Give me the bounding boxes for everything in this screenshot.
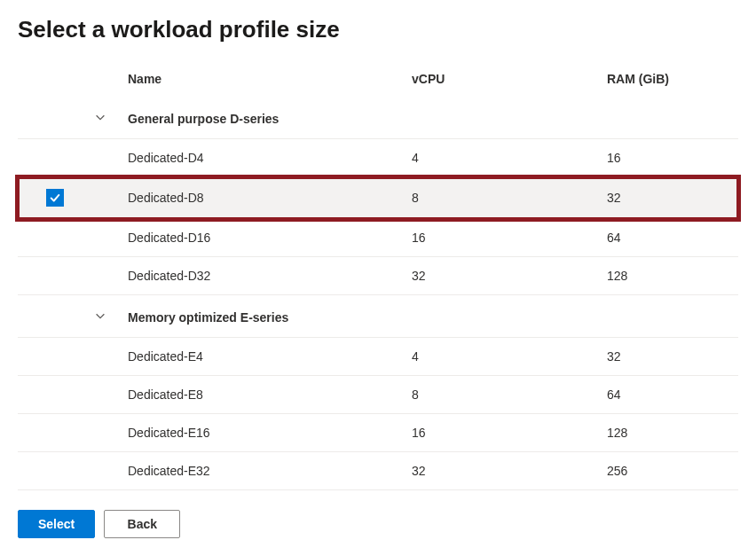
row-ram: 128 (600, 414, 738, 452)
row-vcpu: 32 (405, 257, 600, 295)
group-label: Memory optimized E-series (121, 295, 738, 338)
table-row[interactable]: Dedicated-D161664 (18, 219, 738, 257)
row-vcpu: 16 (405, 414, 600, 452)
column-name[interactable]: Name (121, 61, 405, 97)
row-vcpu: 32 (405, 452, 600, 490)
footer-buttons: Select Back (18, 510, 738, 538)
table-row[interactable]: Dedicated-E8864 (18, 376, 738, 414)
row-name: Dedicated-E16 (121, 414, 405, 452)
checkbox-checked[interactable] (46, 189, 64, 207)
row-vcpu: 8 (405, 376, 600, 414)
table-row[interactable]: Dedicated-D3232128 (18, 257, 738, 295)
row-name: Dedicated-E32 (121, 452, 405, 490)
page-title: Select a workload profile size (18, 16, 738, 43)
row-name: Dedicated-D4 (121, 139, 405, 177)
row-name: Dedicated-D32 (121, 257, 405, 295)
row-ram: 32 (600, 338, 738, 376)
row-ram: 64 (600, 219, 738, 257)
row-vcpu: 4 (405, 338, 600, 376)
table-row[interactable]: Dedicated-E3232256 (18, 452, 738, 490)
row-vcpu: 4 (405, 139, 600, 177)
profile-table: Name vCPU RAM (GiB) General purpose D-se… (18, 61, 738, 490)
row-name: Dedicated-D16 (121, 219, 405, 257)
row-ram: 32 (600, 177, 738, 219)
group-header[interactable]: Memory optimized E-series (18, 295, 738, 338)
back-button[interactable]: Back (104, 510, 180, 538)
row-name: Dedicated-E8 (121, 376, 405, 414)
row-ram: 16 (600, 139, 738, 177)
row-name: Dedicated-E4 (121, 338, 405, 376)
group-label: General purpose D-series (121, 97, 738, 139)
table-row[interactable]: Dedicated-E4432 (18, 338, 738, 376)
row-ram: 256 (600, 452, 738, 490)
row-vcpu: 8 (405, 177, 600, 219)
select-button[interactable]: Select (18, 510, 95, 538)
column-vcpu[interactable]: vCPU (405, 61, 600, 97)
chevron-down-icon (94, 310, 106, 325)
column-ram[interactable]: RAM (GiB) (600, 61, 738, 97)
table-row[interactable]: Dedicated-D8832 (18, 177, 738, 219)
row-ram: 128 (600, 257, 738, 295)
group-header[interactable]: General purpose D-series (18, 97, 738, 139)
row-name: Dedicated-D8 (121, 177, 405, 219)
chevron-down-icon (94, 112, 106, 126)
row-vcpu: 16 (405, 219, 600, 257)
table-row[interactable]: Dedicated-E1616128 (18, 414, 738, 452)
row-ram: 64 (600, 376, 738, 414)
table-row[interactable]: Dedicated-D4416 (18, 139, 738, 177)
table-header: Name vCPU RAM (GiB) (18, 61, 738, 97)
